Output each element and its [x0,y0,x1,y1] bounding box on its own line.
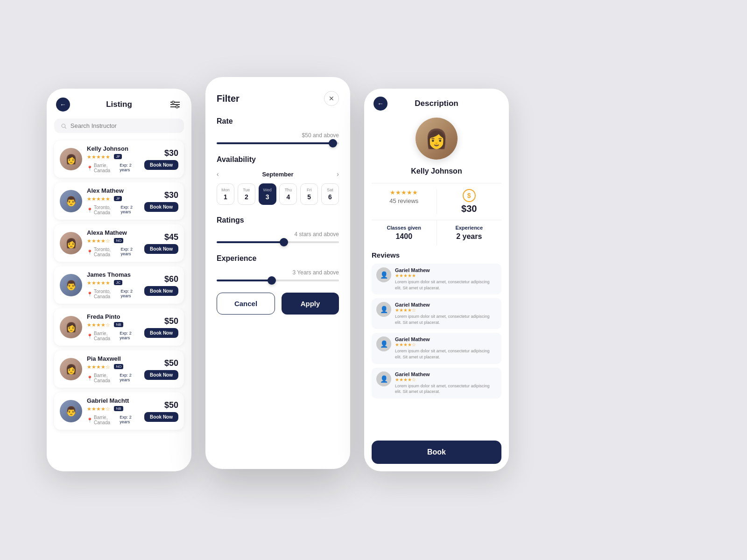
list-item: 👨 Gabriel Machtt ★★★★☆ NB 📍Barrie, Canad… [54,392,184,430]
stars: ★★★★☆ [87,238,110,244]
filter-close-button[interactable]: ✕ [324,91,339,106]
description-back-button[interactable]: ← [374,97,388,111]
experience-value: 2 years [437,232,502,241]
search-icon [61,123,67,129]
dollar-icon: $ [463,189,476,202]
book-now-button[interactable]: Book Now [144,244,178,254]
instructor-list: 👩 Kelly Johnson ★★★★★ JF 📍Barrie, Canada… [47,138,191,437]
calendar-day[interactable]: Wed3 [259,183,276,205]
instructor-name: Pia Maxwell [87,355,140,362]
price: $50 [164,400,178,410]
instructor-price: $30 [461,203,477,214]
avatar: 👨 [60,274,82,296]
avatar: 👩 [60,358,82,380]
badge: JC [114,280,122,285]
filter-ratings-value: 4 stars and above [217,231,339,238]
svg-point-5 [62,124,65,127]
price: $30 [164,148,178,158]
classes-label: Classes given [372,225,437,231]
filter-availability-label: Availability [217,155,339,164]
listing-title: Listing [106,100,132,109]
price: $50 [164,316,178,326]
filter-header: Filter ✕ [217,91,339,106]
classes-box: Classes given 1400 [372,220,437,245]
price: $60 [164,274,178,284]
exp-tag: Exp: 2 years [120,247,140,256]
filter-ratings-label: Ratings [217,216,339,224]
review-text: Lorem ipsum dolor sit amet, consectetur … [395,279,497,291]
exp-tag: Exp: 2 years [120,289,140,298]
review-text: Lorem ipsum dolor sit amet, consectetur … [395,383,497,395]
review-avatar: 👤 [376,302,391,317]
calendar-day[interactable]: Tue2 [238,183,255,205]
location: 📍Barrie, Canada [87,415,120,425]
instructor-name: Alexa Mathew [87,229,140,236]
description-screen: ← Description 👩 Kelly Johnson ★★★★★ 45 r… [364,89,509,471]
ratings-slider[interactable] [217,241,339,243]
review-text: Lorem ipsum dolor sit amet, consectetur … [395,348,497,360]
experience-box: Experience 2 years [437,220,502,245]
review-stars: ★★★★★ [395,273,497,278]
stars: ★★★★☆ [87,364,110,370]
location: 📍Toronto, Canada [87,205,120,215]
cancel-button[interactable]: Cancel [217,293,275,315]
book-now-button[interactable]: Book Now [144,202,178,212]
calendar-prev-button[interactable]: ‹ [217,170,219,178]
review-stars: ★★★★☆ [395,342,497,347]
instructor-name: Kelly Johnson [87,145,140,152]
book-button[interactable]: Book [372,441,501,464]
review-name: Gariel Mathew [395,302,497,308]
description-header: ← Description [364,89,509,113]
badge: NO [114,238,123,243]
reviews-section: Reviews 👤 Gariel Mathew ★★★★★ Lorem ipsu… [364,251,509,440]
price: $30 [164,190,178,200]
calendar-day[interactable]: Fri5 [300,183,318,205]
filter-experience-label: Experience [217,254,339,263]
filter-experience-section: Experience 3 Years and above [217,254,339,281]
calendar-next-button[interactable]: › [337,170,339,178]
rate-slider[interactable] [217,142,339,144]
calendar-days: Mon1Tue2Wed3Thu4Fri5Sat6 [217,183,339,205]
calendar-day[interactable]: Mon1 [217,183,234,205]
book-now-button[interactable]: Book Now [144,160,178,170]
calendar-day[interactable]: Sat6 [321,183,339,205]
price: $50 [164,358,178,368]
reviews-count: 45 reviews [389,197,418,204]
avatar: 👩 [60,232,82,254]
badge: JF [114,154,122,159]
instructor-name: James Thomas [87,271,140,278]
book-now-button[interactable]: Book Now [144,370,178,380]
exp-tag: Exp: 2 years [120,205,140,214]
filter-rate-value: $50 and above [217,132,339,139]
book-now-button[interactable]: Book Now [144,328,178,338]
filter-actions: Cancel Apply [217,293,339,315]
badge: NO [114,364,123,369]
search-bar[interactable] [54,119,184,133]
book-now-button[interactable]: Book Now [144,412,178,422]
review-avatar: 👤 [376,371,391,386]
price: $45 [164,232,178,242]
location: 📍Toronto, Canada [87,289,120,299]
review-card: 👤 Gariel Mathew ★★★★☆ Lorem ipsum dolor … [372,298,501,329]
listing-back-button[interactable]: ← [56,98,70,112]
calendar-day[interactable]: Thu4 [279,183,297,205]
avatar: 👨 [60,400,82,422]
exp-tag: Exp: 2 years [120,373,140,382]
search-input[interactable] [70,122,177,129]
filter-icon-button[interactable] [168,98,182,112]
apply-button[interactable]: Apply [282,293,339,315]
filter-title: Filter [217,93,240,104]
svg-line-6 [65,127,66,128]
exp-tag: Exp: 2 years [120,415,140,424]
book-now-button[interactable]: Book Now [144,286,178,296]
filter-experience-value: 3 Years and above [217,269,339,276]
profile-avatar: 👩 [416,118,458,160]
review-avatar: 👤 [376,336,391,351]
location: 📍Barrie, Canada [87,331,120,341]
stats-row: ★★★★★ 45 reviews $ $30 [372,183,501,220]
stars: ★★★★★ [87,280,110,286]
experience-slider[interactable] [217,280,339,281]
reviews-title: Reviews [372,251,501,259]
review-stars: ★★★★☆ [395,308,497,313]
svg-point-3 [172,101,175,104]
